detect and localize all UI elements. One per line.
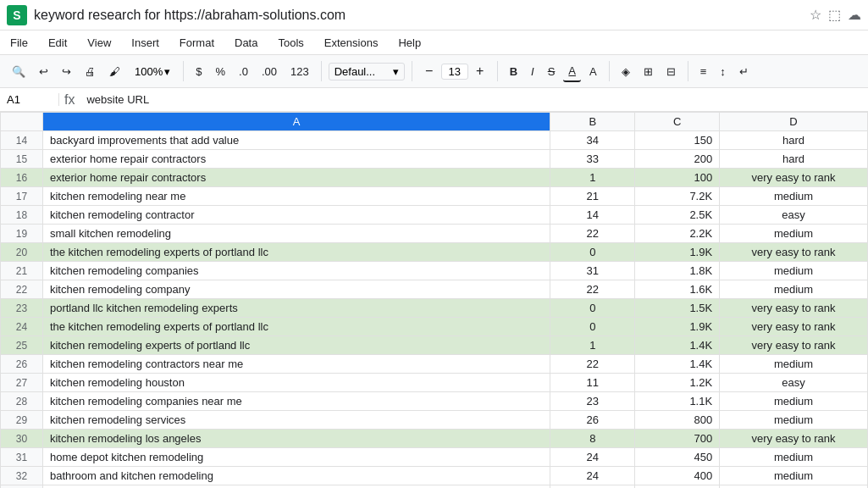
table-row[interactable]: 27kitchen remodeling houston111.2Keasy (1, 374, 868, 392)
cell-col-b[interactable]: 31 (550, 262, 635, 280)
strikethrough-btn[interactable]: S (543, 62, 561, 81)
cell-keyword[interactable]: kitchen remodeling experts of portland l… (42, 336, 550, 355)
col-header-a[interactable]: A (42, 113, 550, 131)
borders-btn[interactable]: ⊞ (639, 62, 658, 81)
cell-col-b[interactable]: 21 (550, 187, 635, 206)
cell-difficulty[interactable]: very easy to rank (720, 430, 868, 448)
cell-col-b[interactable]: 14 (550, 206, 635, 225)
table-row[interactable]: 15exterior home repair contractors33200h… (1, 150, 868, 169)
print-btn[interactable]: 🖨 (80, 62, 101, 81)
cell-col-b[interactable]: 24 (550, 467, 635, 485)
cell-col-b[interactable]: 1 (550, 336, 635, 355)
redo-btn[interactable]: ↪ (57, 62, 76, 81)
menu-data[interactable]: Data (231, 35, 261, 51)
table-row[interactable]: 32bathroom and kitchen remodeling24400me… (1, 467, 868, 485)
table-row[interactable]: 23portland llc kitchen remodeling expert… (1, 299, 868, 318)
cell-keyword[interactable]: kitchen remodeling companies near me (42, 392, 550, 411)
cell-keyword[interactable]: kitchen remodeling houston (42, 374, 550, 392)
cell-col-c[interactable]: 400 (635, 485, 720, 489)
cell-difficulty[interactable]: very easy to rank (720, 243, 868, 262)
cell-keyword[interactable]: portland llc kitchen remodeling experts (42, 299, 550, 318)
cell-col-c[interactable]: 1.4K (635, 336, 720, 355)
menu-format[interactable]: Format (176, 35, 218, 51)
table-row[interactable]: 33kitchen remodeling service18400medium (1, 485, 868, 489)
cell-difficulty[interactable]: medium (720, 448, 868, 467)
font-size-decrease-btn[interactable]: − (419, 61, 440, 81)
menu-help[interactable]: Help (395, 35, 424, 51)
cell-col-b[interactable]: 22 (550, 280, 635, 299)
cell-col-c[interactable]: 700 (635, 430, 720, 448)
cell-difficulty[interactable]: very easy to rank (720, 169, 868, 187)
table-row[interactable]: 28kitchen remodeling companies near me23… (1, 392, 868, 411)
cell-difficulty[interactable]: easy (720, 374, 868, 392)
paint-format-btn[interactable]: 🖌 (104, 62, 125, 81)
text-color-btn[interactable]: A (584, 62, 602, 81)
cell-difficulty[interactable]: hard (720, 150, 868, 169)
cell-col-c[interactable]: 1.1K (635, 392, 720, 411)
decimal-increase-btn[interactable]: .00 (257, 62, 282, 81)
cell-col-b[interactable]: 26 (550, 411, 635, 430)
table-row[interactable]: 24the kitchen remodeling experts of port… (1, 318, 868, 336)
cell-difficulty[interactable]: medium (720, 485, 868, 489)
cell-reference[interactable]: A1 (0, 93, 59, 106)
cell-col-c[interactable]: 100 (635, 169, 720, 187)
cell-difficulty[interactable]: medium (720, 187, 868, 206)
bold-btn[interactable]: B (505, 62, 522, 81)
menu-file[interactable]: File (7, 35, 31, 51)
formula-input[interactable]: website URL (80, 93, 868, 106)
cell-keyword[interactable]: small kitchen remodeling (42, 225, 550, 243)
cell-col-b[interactable]: 22 (550, 355, 635, 374)
menu-edit[interactable]: Edit (45, 35, 70, 51)
table-row[interactable]: 14backyard improvements that add value34… (1, 131, 868, 150)
cell-difficulty[interactable]: easy (720, 206, 868, 225)
cell-col-c[interactable]: 1.6K (635, 280, 720, 299)
cell-col-c[interactable]: 400 (635, 467, 720, 485)
cell-keyword[interactable]: kitchen remodeling contractor (42, 206, 550, 225)
search-toolbar-btn[interactable]: 🔍 (7, 62, 30, 81)
table-row[interactable]: 22kitchen remodeling company221.6Kmedium (1, 280, 868, 299)
cell-difficulty[interactable]: medium (720, 280, 868, 299)
font-selector[interactable]: Defaul... ▾ (329, 63, 405, 80)
table-row[interactable]: 26kitchen remodeling contractors near me… (1, 355, 868, 374)
cell-col-b[interactable]: 0 (550, 318, 635, 336)
cell-keyword[interactable]: home depot kitchen remodeling (42, 448, 550, 467)
fill-color-btn[interactable]: ◈ (616, 62, 635, 81)
cell-col-b[interactable]: 23 (550, 392, 635, 411)
cell-difficulty[interactable]: medium (720, 262, 868, 280)
cell-keyword[interactable]: kitchen remodeling los angeles (42, 430, 550, 448)
cell-keyword[interactable]: kitchen remodeling companies (42, 262, 550, 280)
table-row[interactable]: 16exterior home repair contractors1100ve… (1, 169, 868, 187)
cell-keyword[interactable]: kitchen remodeling contractors near me (42, 355, 550, 374)
cell-keyword[interactable]: kitchen remodeling services (42, 411, 550, 430)
cell-difficulty[interactable]: medium (720, 411, 868, 430)
menu-extensions[interactable]: Extensions (321, 35, 382, 51)
cell-col-c[interactable]: 200 (635, 150, 720, 169)
cell-col-c[interactable]: 7.2K (635, 187, 720, 206)
cell-col-b[interactable]: 22 (550, 225, 635, 243)
cell-col-b[interactable]: 0 (550, 243, 635, 262)
cell-difficulty[interactable]: medium (720, 355, 868, 374)
cell-col-c[interactable]: 800 (635, 411, 720, 430)
cell-col-b[interactable]: 8 (550, 430, 635, 448)
cell-difficulty[interactable]: very easy to rank (720, 336, 868, 355)
align-btn[interactable]: ≡ (695, 62, 712, 81)
number-format-btn[interactable]: 123 (285, 62, 314, 81)
table-row[interactable]: 19small kitchen remodeling222.2Kmedium (1, 225, 868, 243)
merge-cells-btn[interactable]: ⊟ (661, 62, 681, 81)
table-row[interactable]: 20the kitchen remodeling experts of port… (1, 243, 868, 262)
underline-btn[interactable]: A (563, 61, 581, 82)
table-row[interactable]: 18kitchen remodeling contractor142.5Keas… (1, 206, 868, 225)
font-size-input[interactable] (441, 64, 468, 80)
wrap-btn[interactable]: ↵ (734, 62, 754, 81)
cell-col-c[interactable]: 1.9K (635, 318, 720, 336)
table-row[interactable]: 17kitchen remodeling near me217.2Kmedium (1, 187, 868, 206)
cell-col-c[interactable]: 1.2K (635, 374, 720, 392)
cell-keyword[interactable]: kitchen remodeling service (42, 485, 550, 489)
currency-btn[interactable]: $ (191, 62, 207, 81)
percent-btn[interactable]: % (210, 62, 230, 81)
zoom-selector[interactable]: 100% ▾ (129, 63, 176, 80)
cell-difficulty[interactable]: hard (720, 131, 868, 150)
valign-btn[interactable]: ↕ (715, 62, 731, 81)
col-header-b[interactable]: B (550, 113, 635, 131)
cell-col-c[interactable]: 1.8K (635, 262, 720, 280)
